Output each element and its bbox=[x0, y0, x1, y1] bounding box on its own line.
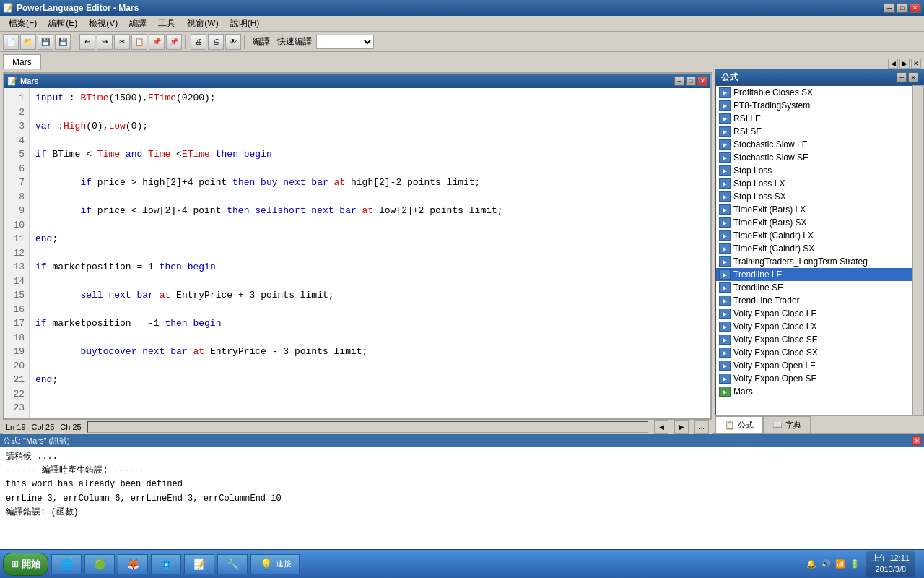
menu-tools[interactable]: 工具 bbox=[152, 16, 181, 31]
formula-item-voltycsx[interactable]: ▶ Volty Expan Close SX bbox=[716, 346, 912, 359]
start-button[interactable]: ⊞ 開始 bbox=[3, 553, 48, 576]
output-line-4: errLine 3, errColumn 6, errLineEnd 3, er… bbox=[6, 492, 918, 506]
right-panel-scrollbar[interactable] bbox=[912, 85, 924, 415]
formula-item-stochle[interactable]: ▶ Stochastic Slow LE bbox=[716, 138, 912, 151]
formula-item-timebarssx[interactable]: ▶ TimeExit (Bars) SX bbox=[716, 216, 912, 229]
minimize-button[interactable]: ─ bbox=[884, 3, 895, 13]
toolbar-sep2 bbox=[185, 35, 188, 49]
formula-item-voltycle[interactable]: ▶ Volty Expan Close LE bbox=[716, 307, 912, 320]
toolbar-redo[interactable]: ↪ bbox=[97, 34, 113, 50]
toolbar-sep1 bbox=[74, 35, 77, 49]
rp-tab-dict[interactable]: 📖 字典 bbox=[763, 416, 811, 433]
formula-item-rsile[interactable]: ▶ RSI LE bbox=[716, 112, 912, 125]
formula-item-voltycse[interactable]: ▶ Volty Expan Close SE bbox=[716, 333, 912, 346]
menu-help[interactable]: 說明(H) bbox=[225, 16, 266, 31]
formula-item-timecalnlx[interactable]: ▶ TimeExit (Calndr) LX bbox=[716, 229, 912, 242]
menu-file[interactable]: 檔案(F) bbox=[3, 16, 43, 31]
quick-compile-label: 快速編譯 bbox=[274, 35, 315, 48]
tab-next[interactable]: ▶ bbox=[899, 59, 910, 69]
menu-edit[interactable]: 編輯(E) bbox=[43, 16, 83, 31]
right-panel-close[interactable]: ✕ bbox=[908, 72, 918, 82]
taskbar-tool1[interactable]: 🔧 bbox=[217, 554, 248, 574]
code-content[interactable]: input : BTime(1500),ETime(0200); var :Hi… bbox=[30, 88, 710, 418]
formula-item-timebarslx[interactable]: ▶ TimeExit (Bars) LX bbox=[716, 203, 912, 216]
status-btn3[interactable]: ... bbox=[694, 420, 709, 434]
formula-item-voltyose[interactable]: ▶ Volty Expan Open SE bbox=[716, 372, 912, 385]
toolbar-new[interactable]: 📄 bbox=[3, 34, 19, 50]
formula-item-stoplosssx[interactable]: ▶ Stop Loss SX bbox=[716, 190, 912, 203]
formula-item-mars[interactable]: ▶ Mars bbox=[716, 385, 912, 398]
toolbar-print[interactable]: 🖨 bbox=[191, 34, 206, 50]
taskbar-concord[interactable]: 💠 bbox=[151, 554, 181, 574]
toolbar-preview[interactable]: 👁 bbox=[225, 34, 241, 50]
inner-minimize[interactable]: ─ bbox=[674, 77, 684, 86]
menu-compile[interactable]: 編譯 bbox=[123, 16, 152, 31]
formula-icon-stoplosslx: ▶ bbox=[719, 178, 731, 189]
formula-icon-voltyose: ▶ bbox=[719, 374, 731, 384]
tab-close[interactable]: ✕ bbox=[911, 59, 921, 69]
toolbar-copy[interactable]: 📋 bbox=[131, 34, 147, 50]
inner-close[interactable]: ✕ bbox=[697, 77, 707, 86]
status-btn1[interactable]: ◀ bbox=[654, 420, 668, 434]
taskbar-chrome[interactable]: 🟢 bbox=[84, 554, 115, 574]
formula-name-voltycse: Volty Expan Close SE bbox=[733, 335, 818, 345]
inner-restore[interactable]: □ bbox=[686, 77, 696, 86]
status-btn2[interactable]: ▶ bbox=[674, 420, 689, 434]
toolbar-combo[interactable] bbox=[316, 35, 374, 49]
toolbar-paste2[interactable]: 📌 bbox=[166, 34, 182, 50]
toolbar-sep3 bbox=[244, 35, 247, 49]
toolbar-save2[interactable]: 💾 bbox=[55, 34, 71, 50]
status-scrollbar[interactable] bbox=[87, 421, 648, 433]
taskbar-ie[interactable]: 🌐 bbox=[51, 554, 82, 574]
output-content: 請稍候 .... ------ 編譯時產生錯誤: ------ this wor… bbox=[0, 447, 924, 558]
output-close-button[interactable]: ✕ bbox=[912, 436, 921, 445]
restore-button[interactable]: □ bbox=[897, 3, 908, 13]
tab-prev[interactable]: ◀ bbox=[888, 59, 898, 69]
formula-item-voltyole[interactable]: ▶ Volty Expan Open LE bbox=[716, 359, 912, 372]
formula-item-timecalnsx[interactable]: ▶ TimeExit (Calndr) SX bbox=[716, 242, 912, 255]
formula-icon-voltycsx: ▶ bbox=[719, 348, 731, 358]
formula-item-stoplosslx[interactable]: ▶ Stop Loss LX bbox=[716, 177, 912, 190]
formula-list[interactable]: ▶ Profitable Closes SX ▶ PT8-TradingSyst… bbox=[715, 85, 912, 415]
toolbar-paste[interactable]: 📌 bbox=[149, 34, 165, 50]
formula-item-training[interactable]: ▶ TrainingTraders_LongTerm Strateg bbox=[716, 255, 912, 268]
menu-view[interactable]: 檢視(V) bbox=[83, 16, 123, 31]
formula-name-timecalnlx: TimeExit (Calndr) LX bbox=[733, 230, 814, 241]
taskbar-editor-icon: 📝 bbox=[192, 557, 206, 571]
formula-item-stoploss[interactable]: ▶ Stop Loss bbox=[716, 164, 912, 177]
right-panel-content: ▶ Profitable Closes SX ▶ PT8-TradingSyst… bbox=[715, 85, 924, 415]
formula-icon-pt8: ▶ bbox=[719, 100, 731, 111]
taskbar-connect[interactable]: 💡 連接 bbox=[250, 554, 300, 574]
menu-window[interactable]: 視窗(W) bbox=[181, 16, 224, 31]
formula-item-voltyclx[interactable]: ▶ Volty Expan Close LX bbox=[716, 320, 912, 333]
formula-item-trendlinele[interactable]: ▶ Trendline LE bbox=[716, 268, 912, 281]
formula-item-pt8[interactable]: ▶ PT8-TradingSystem bbox=[716, 99, 912, 112]
formula-item-profitable[interactable]: ▶ Profitable Closes SX bbox=[716, 86, 912, 99]
formula-item-rsise[interactable]: ▶ RSI SE bbox=[716, 125, 912, 138]
toolbar-save[interactable]: 💾 bbox=[38, 34, 53, 50]
code-editor[interactable]: 12345 678910 1112131415 1617181920 21222… bbox=[4, 88, 710, 418]
toolbar: 📄 📂 💾 💾 ↩ ↪ ✂ 📋 📌 📌 🖨 🖨 👁 編譯 快速編譯 bbox=[0, 32, 924, 52]
toolbar-print2[interactable]: 🖨 bbox=[208, 34, 224, 50]
formula-icon-timecalnsx: ▶ bbox=[719, 243, 731, 254]
formula-item-trendlinese[interactable]: ▶ Trendline SE bbox=[716, 281, 912, 294]
taskbar-editor[interactable]: 📝 bbox=[184, 554, 214, 574]
output-line-2: ------ 編譯時產生錯誤: ------ bbox=[6, 464, 918, 478]
inner-title-controls: ─ □ ✕ bbox=[674, 77, 707, 86]
close-button[interactable]: ✕ bbox=[910, 3, 921, 13]
toolbar-open[interactable]: 📂 bbox=[20, 34, 36, 50]
editor-status: Ln 19 Col 25 Ch 25 ◀ ▶ ... bbox=[3, 420, 712, 434]
toolbar-undo[interactable]: ↩ bbox=[79, 34, 95, 50]
formula-item-stochse[interactable]: ▶ Stochastic Slow SE bbox=[716, 151, 912, 164]
formula-icon-training: ▶ bbox=[719, 256, 731, 267]
formula-item-trendlinetrader[interactable]: ▶ TrendLine Trader bbox=[716, 294, 912, 307]
formula-icon-trendlinetrader: ▶ bbox=[719, 296, 731, 306]
taskbar-firefox[interactable]: 🦊 bbox=[118, 554, 148, 574]
formula-icon-stochle: ▶ bbox=[719, 139, 731, 150]
tab-controls: ◀ ▶ ✕ bbox=[888, 59, 921, 69]
tab-mars[interactable]: Mars bbox=[3, 54, 41, 69]
toolbar-cut[interactable]: ✂ bbox=[114, 34, 130, 50]
rp-tab-formula[interactable]: 📋 公式 bbox=[715, 416, 763, 433]
right-panel-minimize[interactable]: ─ bbox=[897, 72, 907, 82]
output-title-text: 公式: "Mars" (訊號) bbox=[3, 436, 70, 447]
